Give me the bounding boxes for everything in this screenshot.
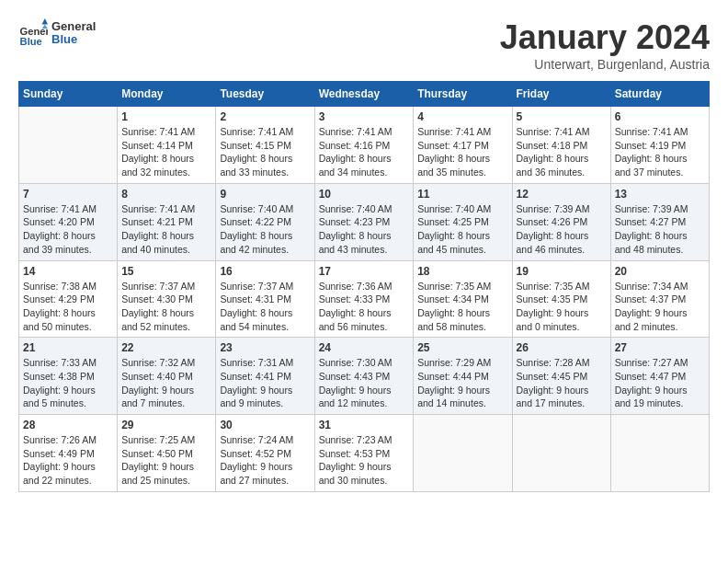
day-info: Sunrise: 7:40 AMSunset: 4:22 PMDaylight:… bbox=[220, 202, 310, 257]
calendar-cell bbox=[610, 415, 709, 492]
day-number: 22 bbox=[121, 341, 211, 354]
day-number: 26 bbox=[517, 341, 607, 354]
calendar-week-row: 7Sunrise: 7:41 AMSunset: 4:20 PMDaylight… bbox=[19, 183, 710, 260]
calendar-cell: 21Sunrise: 7:33 AMSunset: 4:38 PMDayligh… bbox=[19, 338, 118, 415]
calendar-cell: 30Sunrise: 7:24 AMSunset: 4:52 PMDayligh… bbox=[216, 415, 314, 492]
calendar-cell: 17Sunrise: 7:36 AMSunset: 4:33 PMDayligh… bbox=[314, 260, 414, 338]
calendar-cell: 14Sunrise: 7:38 AMSunset: 4:29 PMDayligh… bbox=[19, 260, 118, 338]
day-number: 9 bbox=[220, 188, 310, 201]
day-info: Sunrise: 7:39 AMSunset: 4:26 PMDaylight:… bbox=[517, 202, 607, 257]
day-info: Sunrise: 7:41 AMSunset: 4:14 PMDaylight:… bbox=[121, 125, 211, 179]
logo-icon: General Blue bbox=[18, 18, 48, 48]
day-info: Sunrise: 7:34 AMSunset: 4:37 PMDaylight:… bbox=[615, 280, 705, 334]
day-info: Sunrise: 7:31 AMSunset: 4:41 PMDaylight:… bbox=[220, 356, 310, 410]
calendar-cell: 18Sunrise: 7:35 AMSunset: 4:34 PMDayligh… bbox=[414, 260, 512, 338]
calendar-week-row: 1Sunrise: 7:41 AMSunset: 4:14 PMDaylight… bbox=[19, 107, 710, 184]
day-info: Sunrise: 7:41 AMSunset: 4:20 PMDaylight:… bbox=[23, 202, 113, 257]
svg-marker-2 bbox=[42, 18, 48, 24]
logo-text-general: General bbox=[51, 20, 96, 33]
day-number: 3 bbox=[319, 110, 410, 123]
day-number: 12 bbox=[517, 188, 607, 201]
day-number: 10 bbox=[319, 188, 410, 201]
day-info: Sunrise: 7:29 AMSunset: 4:44 PMDaylight:… bbox=[417, 356, 507, 410]
svg-text:Blue: Blue bbox=[20, 36, 42, 47]
calendar-cell: 10Sunrise: 7:40 AMSunset: 4:23 PMDayligh… bbox=[314, 183, 414, 260]
day-info: Sunrise: 7:35 AMSunset: 4:35 PMDaylight:… bbox=[517, 280, 607, 334]
calendar-cell: 24Sunrise: 7:30 AMSunset: 4:43 PMDayligh… bbox=[314, 338, 414, 415]
day-number: 1 bbox=[121, 110, 211, 123]
calendar-cell: 19Sunrise: 7:35 AMSunset: 4:35 PMDayligh… bbox=[512, 260, 610, 338]
day-number: 6 bbox=[615, 110, 705, 123]
weekday-header-tuesday: Tuesday bbox=[216, 82, 314, 107]
calendar-cell: 9Sunrise: 7:40 AMSunset: 4:22 PMDaylight… bbox=[216, 183, 314, 260]
weekday-header-friday: Friday bbox=[512, 82, 610, 107]
weekday-header-row: SundayMondayTuesdayWednesdayThursdayFrid… bbox=[19, 82, 710, 107]
calendar-cell: 12Sunrise: 7:39 AMSunset: 4:26 PMDayligh… bbox=[512, 183, 610, 260]
day-info: Sunrise: 7:37 AMSunset: 4:30 PMDaylight:… bbox=[121, 280, 211, 334]
calendar-cell bbox=[512, 415, 610, 492]
calendar-cell: 1Sunrise: 7:41 AMSunset: 4:14 PMDaylight… bbox=[118, 107, 216, 184]
day-number: 2 bbox=[220, 110, 310, 123]
day-info: Sunrise: 7:33 AMSunset: 4:38 PMDaylight:… bbox=[23, 356, 113, 410]
calendar-cell: 3Sunrise: 7:41 AMSunset: 4:16 PMDaylight… bbox=[314, 107, 414, 184]
calendar-cell: 7Sunrise: 7:41 AMSunset: 4:20 PMDaylight… bbox=[19, 183, 118, 260]
day-number: 17 bbox=[319, 265, 410, 278]
day-info: Sunrise: 7:27 AMSunset: 4:47 PMDaylight:… bbox=[615, 356, 705, 410]
day-info: Sunrise: 7:39 AMSunset: 4:27 PMDaylight:… bbox=[615, 202, 705, 257]
calendar-cell: 6Sunrise: 7:41 AMSunset: 4:19 PMDaylight… bbox=[610, 107, 709, 184]
calendar-week-row: 28Sunrise: 7:26 AMSunset: 4:49 PMDayligh… bbox=[19, 415, 710, 492]
day-number: 16 bbox=[220, 265, 310, 278]
weekday-header-thursday: Thursday bbox=[414, 82, 512, 107]
day-number: 25 bbox=[417, 341, 507, 354]
calendar-cell: 16Sunrise: 7:37 AMSunset: 4:31 PMDayligh… bbox=[216, 260, 314, 338]
logo-text-blue: Blue bbox=[51, 33, 96, 46]
calendar-cell: 31Sunrise: 7:23 AMSunset: 4:53 PMDayligh… bbox=[314, 415, 414, 492]
calendar-cell: 4Sunrise: 7:41 AMSunset: 4:17 PMDaylight… bbox=[414, 107, 512, 184]
day-number: 31 bbox=[319, 419, 410, 431]
day-info: Sunrise: 7:32 AMSunset: 4:40 PMDaylight:… bbox=[121, 356, 211, 410]
day-info: Sunrise: 7:38 AMSunset: 4:29 PMDaylight:… bbox=[23, 280, 113, 334]
day-info: Sunrise: 7:23 AMSunset: 4:53 PMDaylight:… bbox=[319, 433, 410, 488]
day-number: 14 bbox=[23, 265, 113, 278]
month-title: January 2024 bbox=[500, 18, 710, 57]
day-info: Sunrise: 7:37 AMSunset: 4:31 PMDaylight:… bbox=[220, 280, 310, 334]
calendar-week-row: 14Sunrise: 7:38 AMSunset: 4:29 PMDayligh… bbox=[19, 260, 710, 338]
calendar-cell bbox=[414, 415, 512, 492]
day-info: Sunrise: 7:30 AMSunset: 4:43 PMDaylight:… bbox=[319, 356, 410, 410]
day-number: 27 bbox=[615, 341, 705, 354]
logo: General Blue General Blue bbox=[18, 18, 96, 48]
weekday-header-wednesday: Wednesday bbox=[314, 82, 414, 107]
day-number: 19 bbox=[517, 265, 607, 278]
day-number: 8 bbox=[121, 188, 211, 201]
calendar-cell: 27Sunrise: 7:27 AMSunset: 4:47 PMDayligh… bbox=[610, 338, 709, 415]
calendar-week-row: 21Sunrise: 7:33 AMSunset: 4:38 PMDayligh… bbox=[19, 338, 710, 415]
calendar-cell: 11Sunrise: 7:40 AMSunset: 4:25 PMDayligh… bbox=[414, 183, 512, 260]
day-info: Sunrise: 7:41 AMSunset: 4:16 PMDaylight:… bbox=[319, 125, 410, 179]
day-number: 4 bbox=[417, 110, 507, 123]
day-number: 28 bbox=[23, 419, 113, 431]
weekday-header-saturday: Saturday bbox=[610, 82, 709, 107]
day-number: 23 bbox=[220, 341, 310, 354]
calendar-cell: 8Sunrise: 7:41 AMSunset: 4:21 PMDaylight… bbox=[118, 183, 216, 260]
day-number: 11 bbox=[417, 188, 507, 201]
calendar-cell: 26Sunrise: 7:28 AMSunset: 4:45 PMDayligh… bbox=[512, 338, 610, 415]
calendar-cell: 25Sunrise: 7:29 AMSunset: 4:44 PMDayligh… bbox=[414, 338, 512, 415]
day-number: 15 bbox=[121, 265, 211, 278]
day-number: 7 bbox=[23, 188, 113, 201]
day-info: Sunrise: 7:41 AMSunset: 4:19 PMDaylight:… bbox=[615, 125, 705, 179]
calendar-header: SundayMondayTuesdayWednesdayThursdayFrid… bbox=[19, 82, 710, 107]
day-number: 18 bbox=[417, 265, 507, 278]
day-info: Sunrise: 7:28 AMSunset: 4:45 PMDaylight:… bbox=[517, 356, 607, 410]
calendar-cell: 15Sunrise: 7:37 AMSunset: 4:30 PMDayligh… bbox=[118, 260, 216, 338]
day-info: Sunrise: 7:40 AMSunset: 4:23 PMDaylight:… bbox=[319, 202, 410, 257]
day-info: Sunrise: 7:41 AMSunset: 4:17 PMDaylight:… bbox=[417, 125, 507, 179]
day-info: Sunrise: 7:35 AMSunset: 4:34 PMDaylight:… bbox=[417, 280, 507, 334]
title-area: January 2024 Unterwart, Burgenland, Aust… bbox=[500, 18, 710, 72]
calendar-cell: 2Sunrise: 7:41 AMSunset: 4:15 PMDaylight… bbox=[216, 107, 314, 184]
calendar-cell: 28Sunrise: 7:26 AMSunset: 4:49 PMDayligh… bbox=[19, 415, 118, 492]
header: General Blue General Blue January 2024 U… bbox=[18, 18, 710, 72]
day-info: Sunrise: 7:41 AMSunset: 4:18 PMDaylight:… bbox=[517, 125, 607, 179]
day-number: 30 bbox=[220, 419, 310, 431]
calendar-cell bbox=[19, 107, 118, 184]
calendar-cell: 20Sunrise: 7:34 AMSunset: 4:37 PMDayligh… bbox=[610, 260, 709, 338]
